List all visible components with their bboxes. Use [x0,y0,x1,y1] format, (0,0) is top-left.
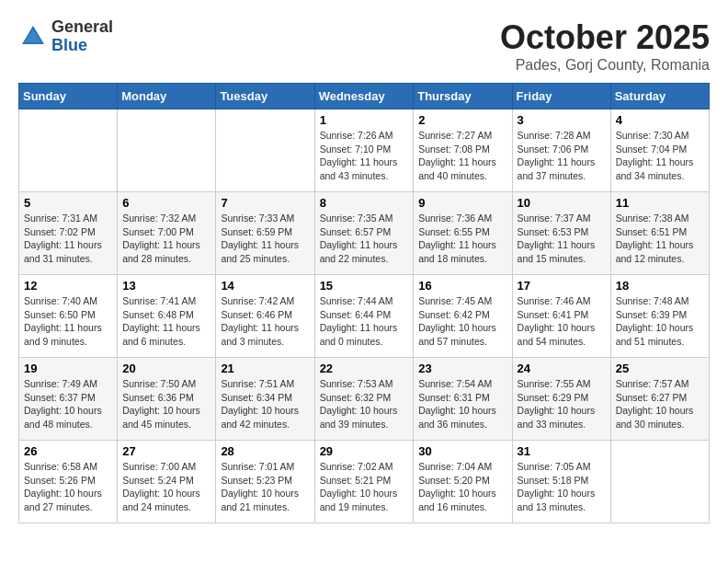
day-cell: 26Sunrise: 6:58 AM Sunset: 5:26 PM Dayli… [19,441,118,523]
day-number: 25 [616,362,704,375]
day-cell: 10Sunrise: 7:37 AM Sunset: 6:53 PM Dayli… [512,192,610,275]
day-info: Sunrise: 7:31 AM Sunset: 7:02 PM Dayligh… [24,212,112,266]
day-number: 22 [320,362,409,375]
day-number: 1 [320,113,409,127]
day-number: 6 [122,196,210,210]
day-info: Sunrise: 7:01 AM Sunset: 5:23 PM Dayligh… [221,460,309,514]
day-info: Sunrise: 7:51 AM Sunset: 6:34 PM Dayligh… [221,377,309,431]
day-info: Sunrise: 7:40 AM Sunset: 6:50 PM Dayligh… [24,294,112,349]
day-info: Sunrise: 7:38 AM Sunset: 6:51 PM Dayligh… [616,212,704,266]
day-info: Sunrise: 7:04 AM Sunset: 5:20 PM Dayligh… [418,460,506,514]
day-info: Sunrise: 7:42 AM Sunset: 6:46 PM Dayligh… [221,294,309,349]
day-info: Sunrise: 7:05 AM Sunset: 5:18 PM Dayligh… [518,460,606,514]
logo-blue-text: Blue [51,36,87,54]
day-cell: 28Sunrise: 7:01 AM Sunset: 5:23 PM Dayli… [216,441,314,523]
day-number: 17 [518,279,606,293]
day-cell: 27Sunrise: 7:00 AM Sunset: 5:24 PM Dayli… [118,441,216,523]
day-number: 2 [418,113,506,127]
day-cell: 5Sunrise: 7:31 AM Sunset: 7:02 PM Daylig… [19,192,118,275]
day-info: Sunrise: 7:00 AM Sunset: 5:24 PM Dayligh… [122,460,210,514]
day-number: 30 [418,444,506,458]
day-info: Sunrise: 7:48 AM Sunset: 6:39 PM Dayligh… [616,294,704,349]
day-cell: 18Sunrise: 7:48 AM Sunset: 6:39 PM Dayli… [610,275,709,358]
day-info: Sunrise: 6:58 AM Sunset: 5:26 PM Dayligh… [24,460,112,514]
day-cell: 3Sunrise: 7:28 AM Sunset: 7:06 PM Daylig… [512,109,610,192]
day-cell: 4Sunrise: 7:30 AM Sunset: 7:04 PM Daylig… [610,109,709,192]
day-cell: 13Sunrise: 7:41 AM Sunset: 6:48 PM Dayli… [118,275,216,358]
day-cell: 11Sunrise: 7:38 AM Sunset: 6:51 PM Dayli… [610,192,709,275]
calendar-table: SundayMondayTuesdayWednesdayThursdayFrid… [18,83,710,523]
day-cell: 30Sunrise: 7:04 AM Sunset: 5:20 PM Dayli… [414,441,512,523]
day-cell: 17Sunrise: 7:46 AM Sunset: 6:41 PM Dayli… [512,275,610,358]
day-number: 12 [24,279,112,293]
weekday-header-monday: Monday [118,84,216,109]
day-info: Sunrise: 7:02 AM Sunset: 5:21 PM Dayligh… [320,460,409,514]
week-row-4: 19Sunrise: 7:49 AM Sunset: 6:37 PM Dayli… [19,358,710,441]
day-cell: 15Sunrise: 7:44 AM Sunset: 6:44 PM Dayli… [314,275,414,358]
day-number: 27 [122,444,210,458]
day-number: 28 [221,444,309,458]
day-cell: 16Sunrise: 7:45 AM Sunset: 6:42 PM Dayli… [414,275,512,358]
day-info: Sunrise: 7:53 AM Sunset: 6:32 PM Dayligh… [320,377,409,431]
day-info: Sunrise: 7:26 AM Sunset: 7:10 PM Dayligh… [320,129,409,183]
day-number: 10 [518,196,606,210]
day-number: 16 [418,279,506,293]
day-cell [19,109,118,192]
calendar-header: SundayMondayTuesdayWednesdayThursdayFrid… [19,84,710,109]
day-cell: 8Sunrise: 7:35 AM Sunset: 6:57 PM Daylig… [314,192,414,275]
weekday-header-tuesday: Tuesday [216,84,314,109]
day-number: 19 [24,362,112,375]
day-info: Sunrise: 7:54 AM Sunset: 6:31 PM Dayligh… [418,377,506,431]
day-number: 23 [418,362,506,375]
day-number: 4 [616,113,704,127]
day-info: Sunrise: 7:49 AM Sunset: 6:37 PM Dayligh… [24,377,112,431]
day-cell: 23Sunrise: 7:54 AM Sunset: 6:31 PM Dayli… [414,358,512,441]
day-number: 3 [518,113,606,127]
day-info: Sunrise: 7:55 AM Sunset: 6:29 PM Dayligh… [518,377,606,431]
day-cell [610,441,709,523]
weekday-header-sunday: Sunday [19,84,118,109]
day-info: Sunrise: 7:46 AM Sunset: 6:41 PM Dayligh… [518,294,606,349]
day-info: Sunrise: 7:57 AM Sunset: 6:27 PM Dayligh… [616,377,704,431]
day-number: 24 [518,362,606,375]
page-header: General Blue October 2025 Pades, Gorj Co… [18,18,710,74]
day-cell: 1Sunrise: 7:26 AM Sunset: 7:10 PM Daylig… [314,109,414,192]
day-info: Sunrise: 7:28 AM Sunset: 7:06 PM Dayligh… [518,129,606,183]
day-cell: 31Sunrise: 7:05 AM Sunset: 5:18 PM Dayli… [512,441,610,523]
day-number: 20 [122,362,210,375]
day-info: Sunrise: 7:45 AM Sunset: 6:42 PM Dayligh… [418,294,506,349]
day-cell: 21Sunrise: 7:51 AM Sunset: 6:34 PM Dayli… [216,358,314,441]
weekday-header-wednesday: Wednesday [314,84,414,109]
day-cell: 14Sunrise: 7:42 AM Sunset: 6:46 PM Dayli… [216,275,314,358]
day-info: Sunrise: 7:30 AM Sunset: 7:04 PM Dayligh… [616,129,704,183]
month-title: October 2025 [500,18,710,57]
day-cell [216,109,314,192]
day-cell: 7Sunrise: 7:33 AM Sunset: 6:59 PM Daylig… [216,192,314,275]
day-info: Sunrise: 7:44 AM Sunset: 6:44 PM Dayligh… [320,294,409,349]
day-cell: 29Sunrise: 7:02 AM Sunset: 5:21 PM Dayli… [314,441,414,523]
weekday-header-friday: Friday [512,84,610,109]
location: Pades, Gorj County, Romania [500,57,710,74]
day-number: 31 [518,444,606,458]
day-cell: 24Sunrise: 7:55 AM Sunset: 6:29 PM Dayli… [512,358,610,441]
day-info: Sunrise: 7:41 AM Sunset: 6:48 PM Dayligh… [122,294,210,349]
logo-general-text: General [51,17,113,36]
day-cell: 6Sunrise: 7:32 AM Sunset: 7:00 PM Daylig… [118,192,216,275]
day-number: 5 [24,196,112,210]
day-cell: 22Sunrise: 7:53 AM Sunset: 6:32 PM Dayli… [314,358,414,441]
logo: General Blue [18,18,113,55]
day-cell: 20Sunrise: 7:50 AM Sunset: 6:36 PM Dayli… [118,358,216,441]
day-info: Sunrise: 7:37 AM Sunset: 6:53 PM Dayligh… [518,212,606,266]
weekday-header-thursday: Thursday [414,84,512,109]
day-number: 14 [221,279,309,293]
day-number: 8 [320,196,409,210]
week-row-1: 1Sunrise: 7:26 AM Sunset: 7:10 PM Daylig… [19,109,710,192]
day-number: 26 [24,444,112,458]
day-cell: 25Sunrise: 7:57 AM Sunset: 6:27 PM Dayli… [610,358,709,441]
day-number: 29 [320,444,409,458]
day-number: 13 [122,279,210,293]
day-cell [118,109,216,192]
day-info: Sunrise: 7:50 AM Sunset: 6:36 PM Dayligh… [122,377,210,431]
week-row-2: 5Sunrise: 7:31 AM Sunset: 7:02 PM Daylig… [19,192,710,275]
logo-icon [18,22,48,52]
